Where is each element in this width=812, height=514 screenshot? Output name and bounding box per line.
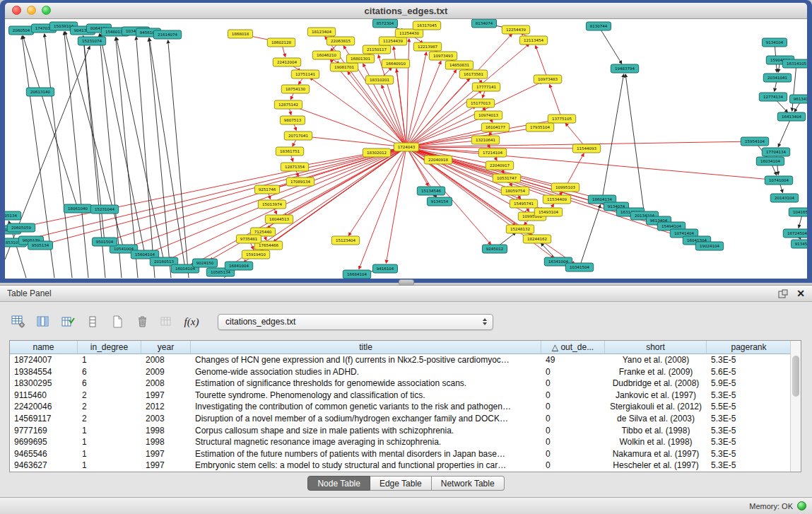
graph-node[interactable]: 15231074 — [78, 37, 105, 45]
import-table-button[interactable] — [157, 313, 177, 331]
graph-node[interactable]: 19483794 — [611, 64, 638, 73]
graph-node[interactable]: 9134104 — [762, 38, 787, 47]
zoom-window-icon[interactable] — [42, 6, 51, 15]
column-header-out_de[interactable]: △ out_de... — [541, 341, 605, 354]
graph-node[interactable]: 9024150 — [192, 259, 217, 267]
vertical-scrollbar[interactable] — [790, 341, 801, 472]
graph-node[interactable]: 20613140 — [26, 88, 54, 96]
graph-node[interactable]: 18310201 — [365, 76, 393, 84]
graph-node[interactable]: 12774134 — [759, 93, 787, 101]
column-header-short[interactable]: short — [605, 341, 707, 354]
graph-node[interactable]: 10973493 — [429, 52, 457, 60]
graph-node[interactable]: 9416104 — [372, 264, 397, 273]
graph-node[interactable]: 16034104 — [756, 157, 784, 165]
window-title-bar[interactable]: citations_edges.txt — [5, 3, 807, 19]
graph-node[interactable]: 10741004 — [765, 176, 792, 185]
graph-node[interactable]: 10973483 — [534, 75, 561, 83]
graph-node[interactable]: 22412004 — [273, 58, 300, 66]
minimize-window-icon[interactable] — [27, 6, 36, 15]
graph-node[interactable]: 15919410 — [242, 250, 269, 259]
graph-node[interactable]: 18361751 — [276, 147, 303, 156]
graph-node[interactable]: 9245012 — [482, 245, 507, 253]
graph-node[interactable]: 20605059 — [7, 223, 35, 232]
graph-node[interactable]: 15493104 — [534, 208, 562, 216]
new-file-button[interactable] — [107, 313, 127, 331]
graph-node[interactable]: 11254439 — [379, 37, 406, 45]
graph-node[interactable]: 22040917 — [486, 161, 513, 170]
close-panel-icon[interactable]: ✕ — [796, 288, 805, 298]
table-row[interactable]: 1456911722003Disruption of a novel membe… — [10, 413, 801, 425]
graph-node[interactable]: 11254430 — [395, 29, 423, 37]
column-header-name[interactable]: name — [10, 341, 78, 354]
table-row[interactable]: 977716911998Corpus callosum shape and si… — [10, 425, 801, 437]
table-row[interactable]: 1938455462009Genome-wide association stu… — [10, 366, 801, 378]
network-graph[interactable]: 1724043186801818602128224120041275114118… — [5, 19, 807, 279]
new-column-button[interactable] — [58, 313, 78, 331]
graph-node[interactable]: 12213987 — [413, 42, 441, 51]
graph-node[interactable]: 20341041 — [763, 74, 791, 82]
graph-node[interactable]: 12254439 — [502, 25, 529, 34]
graph-node[interactable]: 2060504 — [8, 26, 33, 35]
graph-node[interactable]: 20717041 — [284, 132, 312, 140]
graph-node[interactable]: 18302012 — [363, 148, 390, 157]
graph-node[interactable]: 10416504 — [789, 208, 807, 216]
graph-node[interactable]: 12875142 — [274, 100, 302, 109]
tab-edge-table[interactable]: Edge Table — [370, 476, 432, 491]
graph-node[interactable]: 17704134 — [762, 148, 789, 156]
graph-node[interactable]: 18244162 — [523, 235, 551, 243]
graph-node[interactable]: 19024104 — [695, 242, 723, 250]
graph-node[interactable]: 15248132 — [506, 225, 534, 233]
graph-node[interactable]: 13775105 — [548, 115, 575, 123]
graph-node[interactable]: 9134514 — [791, 240, 807, 248]
graph-node[interactable]: 11534409 — [543, 195, 570, 204]
memory-status-icon[interactable] — [797, 501, 806, 510]
graph-node[interactable]: 1724043 — [394, 143, 418, 151]
graph-node[interactable]: 10531747 — [493, 174, 520, 182]
column-header-in_degree[interactable]: in_degree — [78, 341, 141, 354]
graph-node[interactable]: 15231044 — [90, 205, 118, 214]
table-mode-button[interactable] — [8, 313, 28, 331]
close-window-icon[interactable] — [12, 6, 21, 15]
graph-node[interactable]: 15123404 — [331, 236, 359, 245]
graph-node[interactable]: 16173561 — [459, 70, 487, 78]
graph-node[interactable]: 8572304 — [372, 19, 397, 28]
graph-node[interactable]: 9134154 — [427, 197, 452, 206]
graph-node[interactable]: 16841004 — [225, 262, 252, 270]
graph-node[interactable]: 16317045 — [413, 21, 440, 30]
graph-node[interactable]: 10995103 — [551, 183, 579, 192]
graph-node[interactable]: 10974013 — [474, 111, 502, 119]
graph-node[interactable]: 18602128 — [267, 38, 295, 47]
graph-node[interactable]: 15013974 — [258, 200, 286, 209]
graph-node[interactable]: 9807513 — [280, 116, 305, 124]
graph-node[interactable]: 16413404 — [777, 112, 805, 121]
graph-node[interactable]: 16314105 — [782, 59, 807, 68]
panel-splitter-handle[interactable] — [399, 279, 414, 286]
graph-node[interactable]: 17214104 — [478, 148, 506, 157]
table-row[interactable]: 1872400712008Changes of HCN gene express… — [10, 354, 801, 366]
float-panel-icon[interactable] — [778, 289, 788, 298]
graph-node[interactable]: 18059754 — [501, 187, 529, 195]
graph-node[interactable]: 18123404 — [307, 28, 335, 36]
graph-node[interactable]: 17777141 — [472, 83, 500, 91]
graph-node[interactable]: 15905134 — [5, 211, 21, 220]
graph-node[interactable]: 21614074 — [153, 30, 181, 39]
graph-node[interactable]: 19081701 — [330, 63, 358, 71]
graph-node[interactable]: 15177013 — [466, 99, 494, 107]
table-row[interactable]: 911546021997Tourette syndrome. Phenomeno… — [10, 390, 801, 402]
graph-node[interactable]: 9735481 — [236, 235, 261, 243]
graph-node[interactable]: 12751141 — [291, 70, 319, 78]
function-builder-button[interactable]: f(x) — [182, 313, 201, 331]
graph-node[interactable]: 12871354 — [281, 163, 308, 171]
graph-node[interactable]: 16724504 — [783, 229, 807, 238]
graph-node[interactable]: 18061040 — [64, 204, 91, 213]
graph-node[interactable]: 1868018 — [228, 30, 252, 38]
table-row[interactable]: 1830029562008Estimation of significance … — [10, 378, 801, 390]
graph-node[interactable]: 15495741 — [510, 199, 537, 208]
graph-node[interactable]: 12113454 — [519, 36, 547, 45]
table-row[interactable]: 2242004622012Investigating the contribut… — [10, 401, 801, 413]
column-header-pagerank[interactable]: pagerank — [707, 341, 792, 354]
graph-node[interactable]: 9505134 — [28, 241, 52, 250]
graph-node[interactable]: 14850831 — [445, 61, 473, 69]
table-row[interactable]: 946362711997Embryonic stem cells: a mode… — [10, 460, 801, 472]
graph-node[interactable]: 13210641 — [471, 136, 499, 144]
